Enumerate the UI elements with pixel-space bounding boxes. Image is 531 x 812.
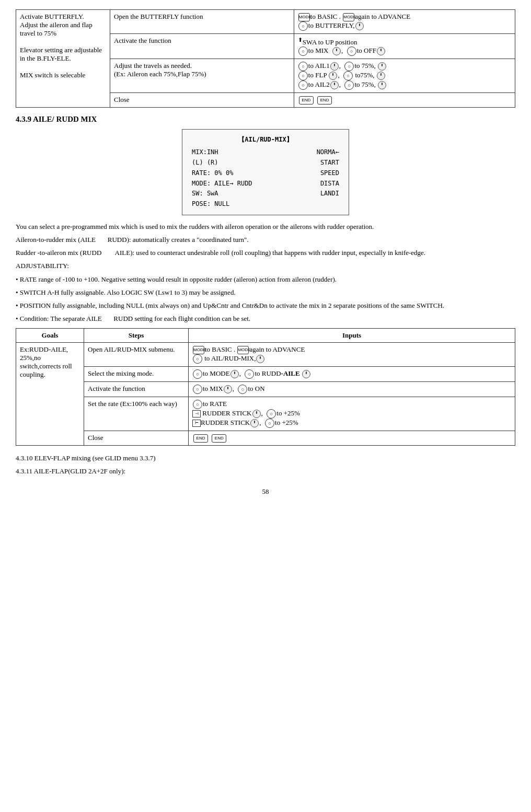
butterfly-goal-cell: Activate BUTTERFLY. Adjust the aileron a… xyxy=(16,10,110,108)
input-open-submenu: MODEto BASIC . MODEagain to ADVANCE ○ to… xyxy=(189,343,515,367)
dial-icon-2 xyxy=(332,47,341,55)
circle-s1: ○ xyxy=(193,354,202,364)
body-p5: • RATE range of -100 to +100. Negative s… xyxy=(16,274,515,285)
circle-s7: ○ xyxy=(267,409,276,419)
body-p1: You can select a pre-programmed mix whic… xyxy=(16,222,515,232)
circle-s6: ○ xyxy=(193,400,202,409)
screen-rate: RATE: 0% 0% xyxy=(192,168,233,179)
screen-speed: SPEED xyxy=(320,168,339,179)
dial-s4 xyxy=(224,385,232,393)
end-icon-2: END xyxy=(317,96,332,105)
butterfly-input-close: END END xyxy=(294,93,515,108)
screen-title: 【AIL/RUD-MIX】 xyxy=(192,135,339,145)
circle-icon-1: ○ xyxy=(298,21,308,31)
screen-mode: MODE: AILE→ RUDD xyxy=(192,179,252,189)
body-p8: • Condition: The separate AILE RUDD sett… xyxy=(16,314,515,324)
dial-s1 xyxy=(256,355,264,363)
circle-icon-6: ○ xyxy=(298,71,308,80)
dial-5 xyxy=(378,62,386,71)
butterfly-step-1: Open the BUTTERFLY function xyxy=(110,10,294,34)
dial-6 xyxy=(329,72,337,80)
end-icon-3: END xyxy=(193,434,208,443)
dial-s3 xyxy=(302,370,310,378)
circle-s4: ○ xyxy=(193,385,202,394)
aile-rudd-goal-text: Ex:RUDD-AILE,25%,no switch,corrects roll… xyxy=(20,345,72,378)
butterfly-step-3: Adjust the travels as needed. (Ex: Ailer… xyxy=(110,59,294,93)
butterfly-input-3: ○to AIL1, ○to 75%, ○to FLP , ○ to75%, ○t… xyxy=(294,59,515,93)
circle-icon-4: ○ xyxy=(298,62,308,71)
dial-8 xyxy=(330,81,339,89)
step-activate: Activate the function xyxy=(84,382,189,397)
section-3-10-11: 4.3.10 ELEV-FLAP mixing (see GLID menu 3… xyxy=(16,453,515,477)
step-open-submenu: Open AIL/RUD-MIX submenu. xyxy=(84,343,189,367)
body-p6: • SWITCH A-H fully assignable. Also LOGI… xyxy=(16,287,515,298)
butterfly-step-2: Activate the function xyxy=(110,34,294,59)
page-number: 58 xyxy=(16,488,515,496)
section-311-title: 4.3.11 AILE-FLAP(GLID 2A+2F only): xyxy=(16,466,515,477)
screen-row-4: MODE: AILE→ RUDD DISTA xyxy=(192,179,339,189)
aile-rudd-goal-cell: Ex:RUDD-AILE,25%,no switch,corrects roll… xyxy=(16,343,84,446)
butterfly-input-1: MODEto BASIC . MODEagain to ADVANCE ○to … xyxy=(294,10,515,34)
dial-4 xyxy=(330,62,339,71)
circle-icon-8: ○ xyxy=(298,80,308,90)
screen-landi: LANDI xyxy=(320,189,339,199)
section-310-title: 4.3.10 ELEV-FLAP mixing (see GLID menu 3… xyxy=(16,453,515,463)
screen-row-5: SW: SwA LANDI xyxy=(192,189,339,199)
table-header-steps: Steps xyxy=(84,329,189,343)
table-header-inputs: Inputs xyxy=(189,329,515,343)
end-icon-4: END xyxy=(212,434,226,443)
table-header-goals: Goals xyxy=(16,329,84,343)
screen-pose: POSE: NULL xyxy=(192,199,229,210)
circle-icon-2: ○ xyxy=(298,47,308,56)
body-p2: Aileron-to-rudder mix (AILE RUDD): autom… xyxy=(16,235,515,245)
butterfly-input-2: ⬆SWA to UP position ○to MIX , ○to OFF xyxy=(294,34,515,59)
dial-s2 xyxy=(230,370,239,378)
butterfly-table: Activate BUTTERFLY. Adjust the aileron a… xyxy=(16,9,515,108)
circle-icon-3: ○ xyxy=(347,47,356,56)
screen-row-2: (L) (R) START xyxy=(192,158,339,168)
butterfly-step-close: Close xyxy=(110,93,294,108)
end-icon-1: END xyxy=(299,96,314,105)
input-set-rate: ○to RATE ⊣ RUDDER STICK, ○to +25% ⊢RUDDE… xyxy=(189,397,515,431)
input-select-mode: ○to MODE, ○to RUDD-AILE xyxy=(189,367,515,382)
dial-7 xyxy=(377,72,385,80)
circle-s8: ○ xyxy=(265,419,274,428)
input-close-2: END END xyxy=(189,431,515,446)
butterfly-goal-text: Activate BUTTERFLY. Adjust the aileron a… xyxy=(20,13,102,79)
aile-rudd-table: Goals Steps Inputs Ex:RUDD-AILE,25%,no s… xyxy=(16,328,515,446)
mode-icon-2: MODE xyxy=(343,13,354,21)
body-p4: ADJUSTABILITY: xyxy=(16,261,515,271)
dial-s6 xyxy=(250,419,259,427)
mode-icon-s2: MODE xyxy=(237,346,249,354)
dial-icon-1 xyxy=(355,22,364,30)
circle-s3: ○ xyxy=(245,369,254,379)
swa-icon: ⬆ xyxy=(298,37,303,43)
step-set-rate: Set the rate (Ex:100% each way) xyxy=(84,397,189,431)
screen-mix-inh: MIX:INH xyxy=(192,147,218,158)
input-activate: ○to MIX, ○to ON xyxy=(189,382,515,397)
screen-row-1: MIX:INH NORMA← xyxy=(192,147,339,158)
circle-s5: ○ xyxy=(238,385,247,394)
dial-s5 xyxy=(252,410,261,418)
body-p7: • POSITION fully assignable, including N… xyxy=(16,300,515,311)
body-p3: Rudder -to-aileron mix (RUDD AILE): used… xyxy=(16,248,515,258)
section-439-title: 4.3.9 AILE/ RUDD MIX xyxy=(16,115,515,124)
circle-icon-9: ○ xyxy=(344,80,354,90)
screen-start: START xyxy=(320,158,339,168)
circle-icon-7: ○ xyxy=(343,71,353,80)
screen-dista: DISTA xyxy=(320,179,339,189)
screen-sw: SW: SwA xyxy=(192,189,218,199)
step-select-mode: Select the mixing mode. xyxy=(84,367,189,382)
dial-9 xyxy=(378,81,386,89)
screen-row-3: RATE: 0% 0% SPEED xyxy=(192,168,339,179)
circle-s2: ○ xyxy=(193,369,202,379)
ail-rud-mix-screen: 【AIL/RUD-MIX】 MIX:INH NORMA← (L) (R) STA… xyxy=(182,129,349,215)
screen-row-6: POSE: NULL xyxy=(192,199,339,210)
screen-lr: (L) (R) xyxy=(192,158,218,168)
circle-icon-5: ○ xyxy=(344,62,354,71)
dial-icon-3 xyxy=(377,47,385,55)
mode-icon-1: MODE xyxy=(298,13,310,21)
step-close-2: Close xyxy=(84,431,189,446)
rudder-stick-icon-1: ⊣ xyxy=(192,410,201,417)
mode-icon-s1: MODE xyxy=(193,346,204,354)
